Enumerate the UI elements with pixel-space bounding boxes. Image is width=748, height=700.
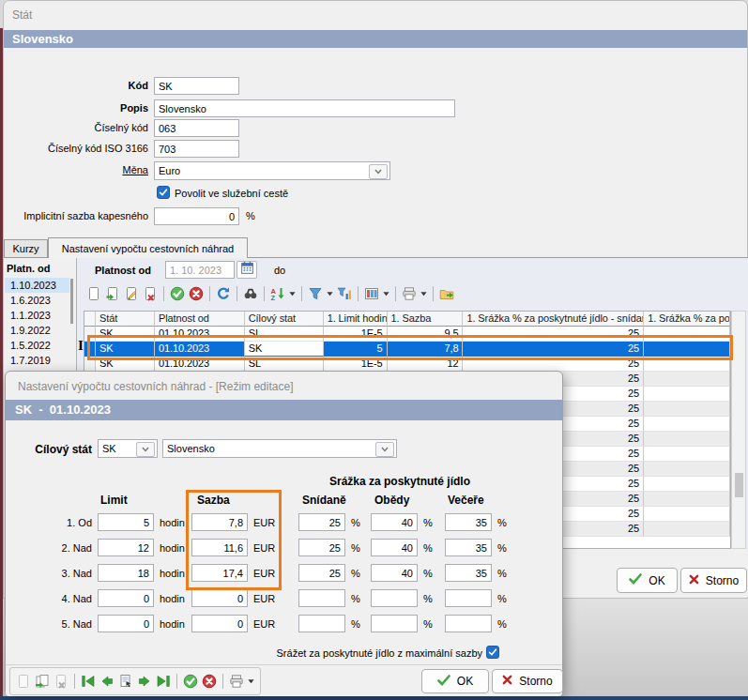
- column-header[interactable]: Stát: [96, 312, 155, 327]
- table-cell[interactable]: [644, 417, 730, 432]
- period-list-item[interactable]: 1.9.2022: [5, 323, 69, 338]
- table-cell[interactable]: [644, 507, 730, 522]
- dropdown-caret-icon[interactable]: [287, 284, 298, 303]
- cancel-icon[interactable]: [187, 284, 206, 303]
- column-header[interactable]: Cílový stat: [245, 312, 324, 327]
- main-storno-button[interactable]: Storno: [680, 568, 747, 593]
- new-record-icon[interactable]: [84, 284, 103, 303]
- columns-icon[interactable]: [362, 284, 381, 303]
- limit-field[interactable]: 0: [98, 615, 154, 632]
- table-cell[interactable]: [644, 432, 730, 447]
- snidane-field[interactable]: [298, 615, 345, 632]
- iso-field[interactable]: 703: [154, 140, 239, 158]
- table-cell[interactable]: [644, 387, 730, 402]
- limit-field[interactable]: 18: [98, 564, 154, 582]
- obedy-field[interactable]: 40: [371, 513, 418, 531]
- snidane-field[interactable]: 25: [298, 564, 345, 582]
- chevron-down-icon[interactable]: [136, 442, 155, 457]
- dropdown-caret-icon[interactable]: [325, 284, 335, 303]
- cilovy-stat-code-combobox[interactable]: SK: [98, 439, 158, 458]
- column-header[interactable]: Platnost od: [155, 312, 245, 327]
- column-header[interactable]: 1. Srážka % za poskytnuté jídlo - snídan…: [463, 312, 644, 327]
- kapesne-field[interactable]: 0: [154, 207, 239, 225]
- kod-field[interactable]: SK: [154, 77, 239, 95]
- vecere-field[interactable]: [445, 615, 492, 632]
- period-list-scrollbar[interactable]: [70, 279, 73, 324]
- period-list-item[interactable]: 1.1.2023: [5, 308, 69, 323]
- nav-last-icon[interactable]: [154, 672, 173, 691]
- chevron-down-icon[interactable]: [375, 442, 394, 457]
- dialog-storno-button[interactable]: Storno: [492, 669, 563, 693]
- vecere-field[interactable]: [445, 589, 492, 607]
- limit-field[interactable]: 12: [98, 539, 154, 556]
- confirm-icon[interactable]: [168, 284, 187, 303]
- period-list-item[interactable]: 1.6.2023: [5, 293, 69, 308]
- platnost-od-date-field[interactable]: 1. 10. 2023: [165, 261, 235, 279]
- main-ok-button[interactable]: OK: [617, 568, 678, 593]
- vecere-field[interactable]: 35: [445, 539, 492, 556]
- mena-label[interactable]: Měna: [60, 164, 148, 175]
- tab-kurzy[interactable]: Kurzy: [4, 239, 48, 258]
- snidane-field[interactable]: 25: [298, 539, 345, 556]
- table-cell[interactable]: [644, 522, 730, 537]
- nav-prev-icon[interactable]: [98, 672, 116, 691]
- period-list-item[interactable]: 1.7.2019: [5, 353, 69, 368]
- calendar-button[interactable]: [237, 261, 257, 279]
- sazba-field[interactable]: 0: [191, 615, 248, 632]
- period-list-item[interactable]: 1.10.2023: [5, 278, 69, 293]
- table-cell[interactable]: [644, 462, 730, 477]
- limit-field[interactable]: 5: [98, 513, 154, 531]
- filter-analysis-icon[interactable]: [335, 284, 354, 303]
- column-header[interactable]: 1. Srážka % za pos: [644, 312, 730, 327]
- table-scrollbar[interactable]: [731, 311, 746, 549]
- column-header[interactable]: 1. Limit hodin: [324, 312, 388, 327]
- sort-az-icon[interactable]: AZ: [268, 284, 287, 303]
- period-list-item[interactable]: 1.5.2022: [5, 338, 69, 353]
- snidane-field[interactable]: 25: [298, 513, 345, 531]
- dropdown-caret-icon[interactable]: [419, 284, 429, 303]
- povolit-checkbox[interactable]: [157, 186, 170, 199]
- column-header[interactable]: 1. Sazba: [388, 312, 464, 327]
- obedy-field[interactable]: [371, 589, 418, 607]
- export-folder-icon[interactable]: [437, 284, 456, 303]
- table-cell[interactable]: [644, 402, 730, 417]
- limit-field[interactable]: 0: [98, 589, 154, 607]
- confirm-icon[interactable]: [181, 672, 200, 691]
- browse-record-icon[interactable]: [116, 672, 135, 691]
- dropdown-caret-icon[interactable]: [381, 284, 391, 303]
- obedy-field[interactable]: 40: [371, 539, 418, 556]
- vecere-field[interactable]: 35: [445, 564, 492, 582]
- copy-record-icon[interactable]: [33, 672, 52, 691]
- dialog-ok-button[interactable]: OK: [421, 669, 489, 693]
- nav-first-icon[interactable]: [79, 672, 98, 691]
- cancel-icon[interactable]: [200, 672, 219, 691]
- srazet-checkbox[interactable]: [486, 646, 499, 659]
- table-scrollbar-thumb[interactable]: [735, 473, 743, 497]
- delete-record-icon[interactable]: [141, 284, 160, 303]
- mena-combobox[interactable]: Euro: [154, 161, 390, 180]
- obedy-field[interactable]: [371, 615, 418, 632]
- table-cell[interactable]: [644, 477, 730, 492]
- import-record-icon[interactable]: [103, 284, 122, 303]
- rate-grid: 1. Od5hodin7,8EUR25%40%35%2. Nad12hodin1…: [6, 513, 564, 640]
- print-icon[interactable]: [400, 284, 419, 303]
- tab-nastaveni-vypoctu[interactable]: Nastavení vypočtu cestovních náhrad: [48, 237, 248, 258]
- dropdown-caret-icon[interactable]: [246, 672, 256, 691]
- sazba-field[interactable]: 0: [191, 589, 248, 607]
- table-cell[interactable]: [644, 372, 730, 387]
- nav-next-icon[interactable]: [135, 672, 154, 691]
- filter-icon[interactable]: [306, 284, 325, 303]
- vecere-field[interactable]: 35: [445, 513, 492, 531]
- ciselny-kod-field[interactable]: 063: [154, 119, 239, 137]
- obedy-field[interactable]: 40: [371, 564, 418, 582]
- search-binoculars-icon[interactable]: [241, 284, 260, 303]
- print-icon[interactable]: [227, 672, 246, 691]
- popis-field[interactable]: Slovensko: [154, 99, 455, 117]
- chevron-down-icon[interactable]: [369, 164, 388, 179]
- table-cell[interactable]: [644, 447, 730, 462]
- snidane-field[interactable]: [298, 589, 345, 607]
- table-cell[interactable]: [644, 492, 730, 507]
- edit-record-icon[interactable]: [122, 284, 141, 303]
- cilovy-stat-name-combobox[interactable]: Slovensko: [162, 439, 397, 458]
- refresh-icon[interactable]: [214, 284, 233, 303]
